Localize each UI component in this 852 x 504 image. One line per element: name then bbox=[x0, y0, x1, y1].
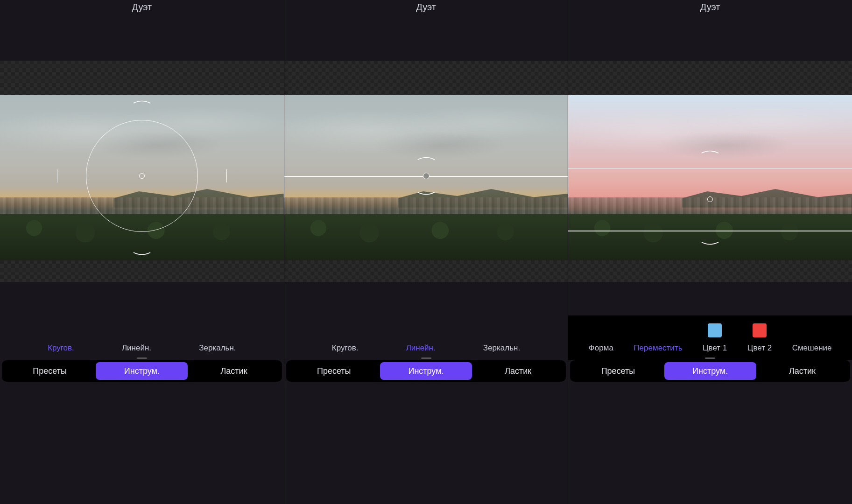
tick-right[interactable] bbox=[226, 169, 227, 182]
gradient-line-top[interactable] bbox=[568, 168, 852, 169]
tab-0[interactable]: Пресеты bbox=[288, 362, 380, 380]
header: Дуэт bbox=[568, 0, 852, 23]
color-option-label: Цвет 1 bbox=[703, 343, 727, 353]
spacer bbox=[0, 23, 284, 61]
bottom-tabs: ПресетыИнструм.Ластик bbox=[570, 360, 850, 382]
confirm-button[interactable] bbox=[261, 5, 275, 19]
color-option-c1[interactable]: Цвет 1 bbox=[703, 322, 727, 353]
action-row bbox=[568, 282, 852, 315]
arc-up-icon bbox=[416, 154, 437, 161]
center-handle[interactable] bbox=[423, 173, 430, 179]
color-option-c2[interactable]: Цвет 2 bbox=[747, 322, 772, 353]
photo-trees bbox=[568, 214, 852, 260]
transparency-top bbox=[284, 61, 568, 95]
color-option-shape[interactable]: Форма bbox=[589, 322, 613, 353]
header: Дуэт bbox=[284, 0, 568, 23]
tab-1[interactable]: Инструм. bbox=[380, 362, 472, 380]
shape-option-circular[interactable]: Кругов. bbox=[48, 322, 74, 353]
shape-option-label: Зеркальн. bbox=[199, 343, 236, 353]
tab-1[interactable]: Инструм. bbox=[96, 362, 188, 380]
arc-up-icon bbox=[700, 148, 720, 154]
shape-option-circular[interactable]: Кругов. bbox=[332, 322, 359, 353]
undo-button[interactable] bbox=[293, 292, 307, 306]
mirror-icon bbox=[209, 322, 226, 339]
screen-1: ДуэтКругов.Линейн.Зеркальн.ПресетыИнстру… bbox=[284, 0, 568, 504]
bottom-tabs: ПресетыИнструм.Ластик bbox=[286, 360, 566, 382]
color-option-move[interactable]: Переместить bbox=[634, 322, 682, 353]
tab-label: Пресеты bbox=[317, 366, 351, 376]
color-option-label: Переместить bbox=[634, 343, 682, 353]
color-options: ФормаПереместитьЦвет 1Цвет 2Смешение bbox=[568, 315, 852, 357]
image-canvas[interactable] bbox=[284, 95, 568, 260]
spacer bbox=[568, 23, 852, 61]
page-title: Дуэт bbox=[700, 2, 720, 13]
tab-label: Инструм. bbox=[408, 366, 444, 376]
c1-icon bbox=[706, 322, 723, 339]
transparency-top bbox=[568, 61, 852, 95]
tab-2[interactable]: Ластик bbox=[472, 362, 564, 380]
transparency-top bbox=[0, 61, 284, 95]
tab-1[interactable]: Инструм. bbox=[664, 362, 756, 380]
linear-icon bbox=[128, 322, 145, 339]
tab-2[interactable]: Ластик bbox=[756, 362, 848, 380]
color-option-blend[interactable]: Смешение bbox=[792, 322, 832, 353]
undo-button[interactable] bbox=[8, 292, 22, 306]
shape-icon bbox=[592, 322, 609, 339]
mirror-icon bbox=[493, 322, 510, 339]
photo-clouds bbox=[568, 95, 852, 186]
image-canvas[interactable] bbox=[0, 95, 284, 260]
spacer bbox=[284, 23, 568, 61]
tab-label: Ластик bbox=[221, 366, 247, 376]
shape-option-label: Линейн. bbox=[122, 343, 151, 353]
shape-option-label: Кругов. bbox=[332, 343, 359, 353]
redo-button[interactable] bbox=[605, 292, 619, 306]
close-button[interactable] bbox=[577, 5, 591, 19]
confirm-button[interactable] bbox=[545, 5, 559, 19]
color-option-label: Смешение bbox=[792, 343, 832, 353]
title-dropdown[interactable]: Дуэт bbox=[416, 2, 436, 21]
photo-trees bbox=[284, 214, 568, 260]
tab-label: Ластик bbox=[505, 366, 531, 376]
transparency-bottom bbox=[568, 260, 852, 282]
shape-option-mirror[interactable]: Зеркальн. bbox=[483, 322, 520, 353]
linear-icon bbox=[412, 322, 429, 339]
shape-options: Кругов.Линейн.Зеркальн. bbox=[284, 315, 568, 357]
action-row bbox=[284, 282, 568, 315]
shape-option-linear[interactable]: Линейн. bbox=[122, 322, 151, 353]
title-dropdown[interactable]: Дуэт bbox=[132, 2, 152, 21]
tick-left[interactable] bbox=[57, 169, 58, 182]
transparency-bottom bbox=[0, 260, 284, 282]
shape-options: Кругов.Линейн.Зеркальн. bbox=[0, 315, 284, 357]
color-option-label: Форма bbox=[589, 343, 613, 353]
title-dropdown[interactable]: Дуэт bbox=[700, 2, 720, 21]
color-option-label: Цвет 2 bbox=[747, 343, 772, 353]
c2-icon bbox=[751, 322, 768, 339]
arc-down-icon bbox=[416, 191, 437, 197]
gradient-line-bottom[interactable] bbox=[568, 231, 852, 231]
close-button[interactable] bbox=[293, 5, 307, 19]
shape-option-label: Линейн. bbox=[406, 343, 436, 353]
compare-button[interactable] bbox=[261, 292, 275, 306]
tab-2[interactable]: Ластик bbox=[188, 362, 280, 380]
blend-icon bbox=[803, 322, 820, 339]
action-row bbox=[0, 282, 284, 315]
header: Дуэт bbox=[0, 0, 284, 23]
redo-button[interactable] bbox=[321, 292, 335, 306]
shape-option-linear[interactable]: Линейн. bbox=[406, 322, 436, 353]
screen-0: ДуэтКругов.Линейн.Зеркальн.ПресетыИнстру… bbox=[0, 0, 284, 504]
close-button[interactable] bbox=[8, 5, 22, 19]
undo-button[interactable] bbox=[577, 292, 591, 306]
image-canvas[interactable] bbox=[568, 95, 852, 260]
tab-0[interactable]: Пресеты bbox=[572, 362, 664, 380]
compare-button[interactable] bbox=[830, 292, 844, 306]
redo-button[interactable] bbox=[36, 292, 50, 306]
tab-0[interactable]: Пресеты bbox=[4, 362, 96, 380]
confirm-button[interactable] bbox=[830, 5, 844, 19]
transparency-bottom bbox=[284, 260, 568, 282]
circular-icon bbox=[52, 322, 69, 339]
tab-label: Ластик bbox=[789, 366, 816, 376]
shape-option-mirror[interactable]: Зеркальн. bbox=[199, 322, 236, 353]
arc-down-icon bbox=[132, 251, 152, 258]
screen-2: ДуэтФормаПереместитьЦвет 1Цвет 2Смешение… bbox=[568, 0, 852, 504]
compare-button[interactable] bbox=[545, 292, 559, 306]
